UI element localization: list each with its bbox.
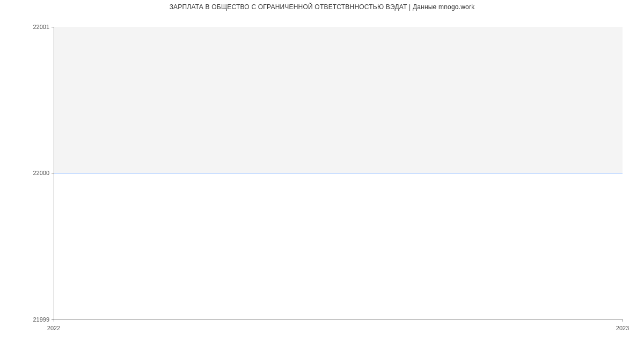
y-tick [52, 27, 54, 27]
x-tick [623, 319, 623, 322]
salary-chart: ЗАРПЛАТА В ОБЩЕСТВО С ОГРАНИЧЕННОЙ ОТВЕТ… [0, 0, 644, 349]
x-axis-label: 2023 [616, 325, 629, 331]
plot-band-upper [54, 27, 623, 173]
x-axis-label: 2022 [47, 325, 60, 331]
y-axis-label: 21999 [1, 316, 49, 323]
y-tick [52, 173, 54, 173]
series-line-salary [54, 173, 623, 173]
x-tick [54, 319, 54, 322]
y-axis-label: 22000 [1, 170, 49, 176]
plot-area [54, 27, 623, 319]
chart-title: ЗАРПЛАТА В ОБЩЕСТВО С ОГРАНИЧЕННОЙ ОТВЕТ… [0, 3, 644, 11]
y-axis-label: 22001 [1, 24, 49, 30]
